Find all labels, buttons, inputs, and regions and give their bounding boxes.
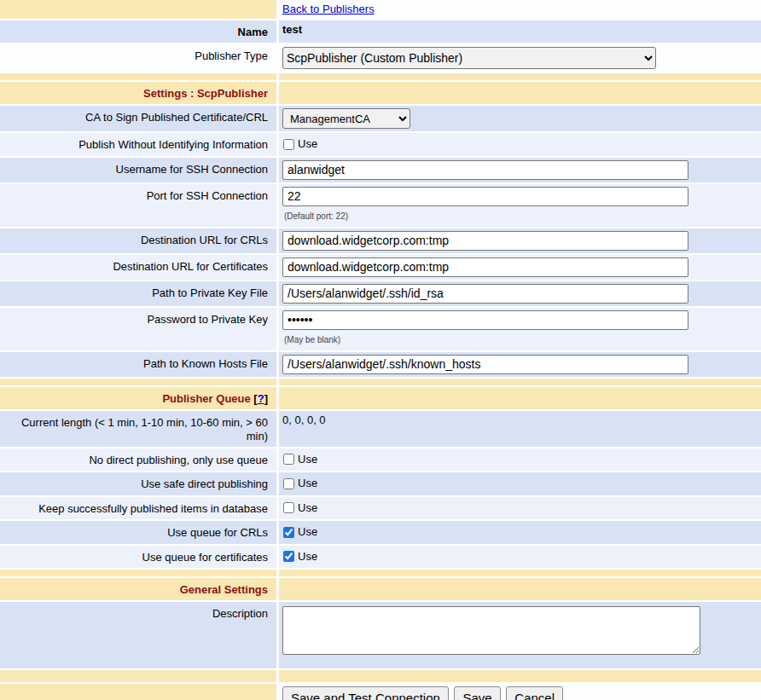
general-settings-section-header: General Settings (0, 578, 276, 600)
port-row: Port for SSH Connection (Default port: 2… (0, 184, 761, 227)
use-label: Use (298, 550, 317, 564)
settings-section-header: Settings : ScpPublisher (0, 82, 276, 104)
password-blank-note: (May be blank) (284, 333, 758, 347)
edit-publisher-form: Back to Publishers Name test Publisher T… (0, 0, 761, 700)
description-textarea[interactable] (282, 606, 700, 655)
queue-header-row: Publisher Queue [?] (0, 387, 761, 409)
private-key-password-input[interactable] (282, 310, 688, 330)
queue-for-crls-group: Use (282, 524, 317, 539)
save-and-test-connection-button[interactable]: Save and Test Connection (282, 686, 449, 700)
general-settings-header-row: General Settings (0, 578, 761, 600)
cert-url-label: Destination URL for Certificates (0, 255, 276, 280)
private-key-password-label: Password to Private Key (0, 308, 276, 350)
help-bracket-close: ] (264, 392, 268, 405)
safe-direct-publishing-label: Use safe direct publishing (0, 472, 276, 495)
known-hosts-path-input[interactable] (282, 355, 688, 374)
name-label: Name (0, 20, 276, 43)
actions-row: Save and Test Connection Save Cancel (0, 684, 761, 700)
queue-length-row: Current length (< 1 min, 1-10 min, 10-60… (0, 411, 761, 447)
safe-direct-publishing-group: Use (282, 475, 317, 490)
queue-section-header: Publisher Queue [?] (0, 387, 276, 409)
save-button[interactable]: Save (454, 686, 500, 700)
safe-direct-publishing-checkbox[interactable] (283, 478, 294, 489)
username-label: Username for SSH Connection (0, 158, 276, 182)
no-direct-publishing-label: No direct publishing, only use queue (0, 448, 276, 471)
ca-label: CA to Sign Published Certificate/CRL (0, 106, 276, 131)
cert-url-row: Destination URL for Certificates (0, 255, 761, 280)
separator-band (0, 570, 761, 576)
port-label: Port for SSH Connection (0, 184, 276, 227)
description-label: Description (0, 602, 276, 668)
known-hosts-row: Path to Known Hosts File (0, 352, 761, 377)
private-key-row: Path to Private Key File (0, 281, 761, 306)
keep-published-items-label: Keep successfully published items in dat… (0, 497, 276, 520)
known-hosts-label: Path to Known Hosts File (0, 352, 276, 377)
crl-url-label: Destination URL for CRLs (0, 229, 276, 253)
ca-select[interactable]: ManagementCA (282, 108, 410, 129)
actions-left-spacer (0, 684, 276, 700)
cancel-button[interactable]: Cancel (506, 686, 563, 700)
keep-published-items-checkbox[interactable] (283, 502, 294, 513)
anonymize-label: Publish Without Identifying Information (0, 133, 276, 156)
back-to-publishers-link[interactable]: Back to Publishers (282, 3, 375, 15)
queue-toggle-row: Keep successfully published items in dat… (0, 497, 761, 520)
anonymize-use-group: Use (282, 136, 317, 151)
top-left-spacer (0, 0, 276, 19)
description-row: Description (0, 602, 761, 668)
queue-toggle-row: Use safe direct publishing Use (0, 472, 761, 495)
username-row: Username for SSH Connection (0, 158, 761, 182)
no-direct-publishing-checkbox[interactable] (283, 454, 294, 465)
publisher-type-select[interactable]: ScpPublisher (Custom Publisher) (282, 47, 656, 69)
queue-for-certificates-label: Use queue for certificates (0, 546, 276, 569)
back-link-row: Back to Publishers (0, 0, 761, 19)
use-label: Use (298, 453, 317, 466)
queue-for-certificates-group: Use (282, 548, 317, 564)
separator-band (0, 670, 761, 682)
port-default-note: (Default port: 22) (284, 210, 758, 223)
name-row: Name test (0, 20, 761, 43)
use-label: Use (298, 137, 317, 151)
queue-length-value: 0, 0, 0, 0 (279, 411, 761, 447)
use-label: Use (298, 525, 317, 539)
settings-header-row: Settings : ScpPublisher (0, 82, 761, 104)
queue-for-crls-label: Use queue for CRLs (0, 521, 276, 544)
private-key-label: Path to Private Key File (0, 281, 276, 306)
crl-destination-url-input[interactable] (282, 231, 688, 251)
use-label: Use (298, 477, 317, 490)
queue-section-title: Publisher Queue (162, 392, 250, 405)
ssh-username-input[interactable] (282, 160, 688, 180)
crl-url-row: Destination URL for CRLs (0, 229, 761, 253)
use-label: Use (298, 501, 317, 515)
queue-toggle-row: No direct publishing, only use queue Use (0, 448, 761, 471)
private-key-password-row: Password to Private Key (May be blank) (0, 308, 761, 350)
use-queue-for-crls-checkbox[interactable] (283, 527, 294, 538)
keep-published-items-group: Use (282, 500, 317, 515)
publisher-type-label: Publisher Type (0, 44, 276, 72)
queue-length-label: Current length (< 1 min, 1-10 min, 10-60… (0, 411, 276, 447)
name-value: test (279, 20, 761, 43)
certificate-destination-url-input[interactable] (282, 257, 688, 277)
private-key-path-input[interactable] (282, 284, 688, 304)
no-direct-publishing-group: Use (282, 451, 317, 466)
back-link-cell: Back to Publishers (279, 0, 761, 19)
publish-without-identifying-info-checkbox[interactable] (283, 139, 294, 150)
publisher-type-row: Publisher Type ScpPublisher (Custom Publ… (0, 44, 761, 72)
separator-band (0, 379, 761, 385)
queue-help-link[interactable]: ? (258, 392, 264, 405)
ssh-port-input[interactable] (282, 187, 688, 206)
ca-row: CA to Sign Published Certificate/CRL Man… (0, 106, 761, 131)
separator-band (0, 73, 761, 80)
use-queue-for-certificates-checkbox[interactable] (283, 551, 294, 562)
anonymize-row: Publish Without Identifying Information … (0, 133, 761, 156)
queue-toggle-row: Use queue for CRLs Use (0, 521, 761, 544)
queue-toggle-row: Use queue for certificates Use (0, 546, 761, 569)
